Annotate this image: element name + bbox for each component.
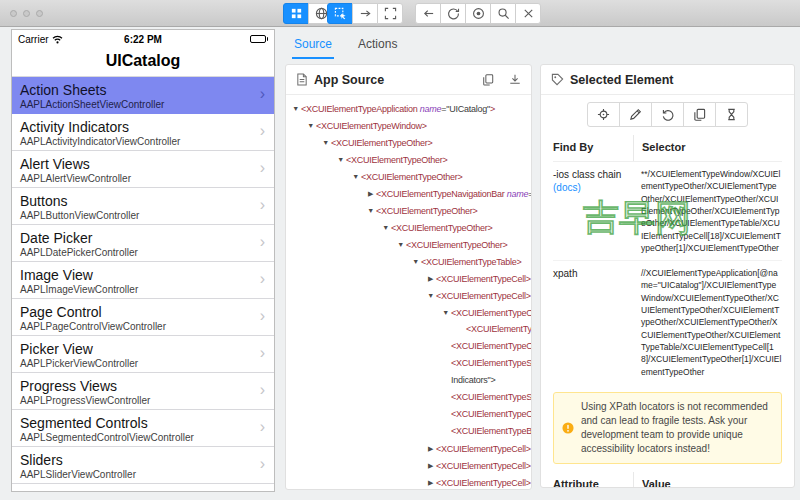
clear-undo-icon (661, 108, 674, 121)
caret-down-icon[interactable]: ▼ (440, 304, 451, 321)
app-source-panel: App Source ▼<XCUIElementTypeApplication … (285, 64, 532, 490)
tree-node[interactable]: ▼<XCUIElementTypeOther> (290, 219, 531, 236)
pencil-icon (629, 108, 642, 121)
list-item-segmented-controls[interactable]: Segmented Controls AAPLSegmentedControlV… (12, 410, 274, 447)
caret-down-icon[interactable]: ▼ (335, 151, 346, 168)
tree-node[interactable]: ▶<XCUIElementTypeCell> (290, 474, 531, 490)
tree-node[interactable]: ▶<XCUIElementTypeCell> (290, 270, 531, 287)
tag-icon (551, 73, 564, 86)
tree-node[interactable]: Indicators"> (290, 372, 531, 389)
list-item-alert-views[interactable]: Alert Views AAPLAlertViewController › (12, 151, 274, 188)
item-subtitle: AAPLSegmentedControlViewController (20, 432, 250, 444)
item-title: Sliders (20, 451, 250, 469)
caret-down-icon[interactable]: ▼ (425, 287, 436, 304)
tree-node[interactable]: ▼<XCUIElementTypeOther> (290, 236, 531, 253)
list-item-steppers[interactable]: Steppers › (12, 484, 274, 491)
chevron-right-icon: › (260, 122, 265, 140)
toolbar-refresh-button[interactable] (440, 3, 466, 24)
chevron-right-icon: › (260, 381, 265, 399)
toolbar-back-arrow-button[interactable] (415, 3, 441, 24)
caret-down-icon[interactable]: ▼ (305, 117, 316, 134)
source-tabs: SourceActions (292, 30, 399, 60)
toolbar-grid-button[interactable] (283, 3, 309, 24)
crosshair-action-button[interactable] (587, 102, 620, 127)
tree-node[interactable]: <XCUIElementTypeButton (290, 423, 531, 440)
toolbar-select-cursor-button[interactable] (327, 3, 353, 24)
search-icon (497, 7, 510, 20)
toolbar-search-button[interactable] (490, 3, 516, 24)
tree-node[interactable]: ▼<XCUIElementTypeWindow> (290, 117, 531, 134)
caret-right-icon[interactable]: ▶ (425, 440, 436, 457)
caret-right-icon[interactable]: ▶ (365, 185, 376, 202)
caret-down-icon[interactable]: ▼ (410, 253, 421, 270)
tree-node[interactable]: ▼<XCUIElementTypeApplication name="UICat… (290, 100, 531, 117)
tree-node[interactable]: ▼<XCUIElementTypeTable> (290, 253, 531, 270)
toolbar-swipe-arrow-button[interactable] (352, 3, 378, 24)
list-item-activity-indicators[interactable]: Activity Indicators AAPLActivityIndicato… (12, 114, 274, 151)
chevron-right-icon: › (260, 196, 265, 214)
chevron-right-icon: › (260, 233, 265, 251)
item-title: Segmented Controls (20, 414, 250, 432)
copy-action-button[interactable] (683, 102, 716, 127)
tree-node[interactable]: <XCUIElementTypeStaticText (290, 389, 531, 406)
value-header: Value (633, 472, 782, 488)
download-source-icon[interactable] (509, 73, 521, 86)
chevron-right-icon: › (260, 344, 265, 362)
caret-right-icon[interactable]: ▶ (425, 474, 436, 490)
selected-element-panel: Selected Element Find By Selector -ios c… (540, 64, 795, 488)
tab-actions[interactable]: Actions (356, 30, 399, 59)
clear-undo-action-button[interactable] (651, 102, 684, 127)
file-text-icon (296, 73, 308, 86)
item-title: Image View (20, 266, 250, 284)
item-title: Date Picker (20, 229, 250, 247)
tree-node[interactable]: <XCUIElementTypeOther> (290, 406, 531, 423)
tab-source[interactable]: Source (292, 30, 334, 59)
tree-node[interactable]: ▼<XCUIElementTypeOther> (290, 202, 531, 219)
caret-down-icon[interactable]: ▼ (350, 168, 361, 185)
tree-node[interactable]: <XCUIElementTypeStaticText (290, 355, 531, 372)
caret-right-icon[interactable]: ▶ (425, 457, 436, 474)
toolbar-record-button[interactable] (465, 3, 491, 24)
copy-source-icon[interactable] (482, 73, 494, 86)
session-actions-group (415, 3, 541, 24)
list-item-buttons[interactable]: Buttons AAPLButtonViewController › (12, 188, 274, 225)
tree-node[interactable]: ▼<XCUIElementTypeCell> (290, 287, 531, 304)
caret-down-icon[interactable]: ▼ (365, 202, 376, 219)
list-item-image-view[interactable]: Image View AAPLImageViewController › (12, 262, 274, 299)
find-by-row: xpath //XCUIElementTypeApplication[@name… (553, 261, 782, 384)
tree-node[interactable]: ▼<XCUIElementTypeOther> (290, 168, 531, 185)
warning-text: Using XPath locators is not recommended … (581, 401, 768, 454)
list-item-page-control[interactable]: Page Control AAPLPageControlViewControll… (12, 299, 274, 336)
list-item-sliders[interactable]: Sliders AAPLSliderViewController › (12, 447, 274, 484)
toolbar-tap-frame-button[interactable] (377, 3, 403, 24)
list-item-picker-view[interactable]: Picker View AAPLPickerViewController › (12, 336, 274, 373)
tree-node[interactable]: <XCUIElementTypeOther> (290, 338, 531, 355)
tree-node[interactable]: <XCUIElementTypeCell> (290, 321, 531, 338)
pencil-action-button[interactable] (619, 102, 652, 127)
tree-node[interactable]: ▶<XCUIElementTypeCell> (290, 440, 531, 457)
toolbar-close-button[interactable] (515, 3, 541, 24)
caret-right-icon[interactable]: ▶ (425, 270, 436, 287)
caret-down-icon[interactable]: ▼ (380, 219, 391, 236)
hourglass-icon (725, 108, 738, 121)
list-item-progress-views[interactable]: Progress Views AAPLProgressViewControlle… (12, 373, 274, 410)
app-title: UICatalog (12, 46, 274, 76)
window-titlebar (0, 0, 800, 27)
tree-node[interactable]: ▼<XCUIElementTypeOther> (290, 304, 531, 321)
docs-link[interactable]: (docs) (553, 182, 581, 193)
tree-node[interactable]: ▼<XCUIElementTypeOther> (290, 134, 531, 151)
list-item-date-picker[interactable]: Date Picker AAPLDatePickerController › (12, 225, 274, 262)
hourglass-action-button[interactable] (715, 102, 748, 127)
caret-down-icon[interactable]: ▼ (395, 236, 406, 253)
tree-node[interactable]: ▶<XCUIElementTypeCell> (290, 457, 531, 474)
item-title: Buttons (20, 192, 250, 210)
list-item-action-sheets[interactable]: Action Sheets AAPLActionSheetViewControl… (12, 77, 274, 114)
caret-down-icon[interactable]: ▼ (290, 100, 301, 117)
grid-icon (290, 7, 303, 20)
tap-frame-icon (384, 7, 397, 20)
tree-node[interactable]: ▶<XCUIElementTypeNavigationBar name="UIC… (290, 185, 531, 202)
item-subtitle: AAPLButtonViewController (20, 210, 250, 222)
tree-node[interactable]: ▼<XCUIElementTypeOther> (290, 151, 531, 168)
caret-down-icon[interactable]: ▼ (320, 134, 331, 151)
warning-icon (562, 422, 574, 438)
